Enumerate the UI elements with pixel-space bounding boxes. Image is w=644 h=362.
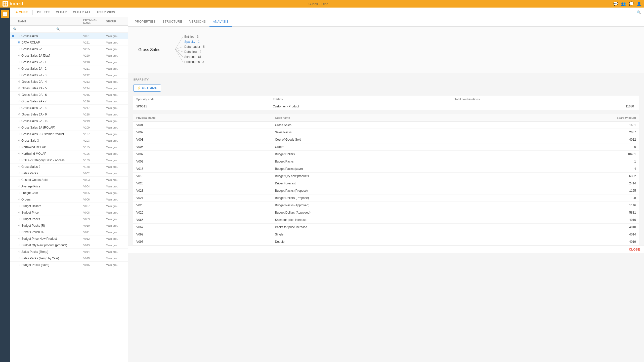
sparsity-detail-row: V007 Budget Dollars 10401 [133, 151, 639, 158]
list-row[interactable]: ⊞ DATA ROLAP V221 Main grou [10, 39, 128, 46]
list-row[interactable]: ⊹ Driver Growth % V011 Main grou [10, 229, 128, 235]
list-row[interactable]: ⊹ Cost of Goods Sold V003 Main grou [10, 177, 128, 183]
tree-icon: ⊹ [18, 172, 20, 175]
name-search-icon: 🔍 [13, 27, 17, 31]
row-phys: V210 [83, 61, 106, 64]
detail-cube-cell: Sales Packs [272, 129, 500, 136]
list-row[interactable]: ⊹ Budget Dollars V007 Main grou [10, 203, 128, 209]
list-row[interactable]: ⊹ Budget Packs V009 Main grou [10, 216, 128, 222]
list-row[interactable]: ⊹ Northwind MOLAP V196 Main grou [10, 150, 128, 157]
users-icon[interactable]: 👥 [621, 2, 626, 6]
list-row[interactable]: ⚙ Gross Sales 2A - 5 V214 Main grou [10, 85, 128, 92]
optimize-button[interactable]: ⚡ OPTIMIZE [133, 85, 161, 92]
list-row[interactable]: ⊹ Gross Sales 2A - 3 V212 Main grou [10, 72, 128, 78]
row-name: ⚙ Gross Sales 2A - 4 [18, 80, 83, 84]
tree-icon: ⊹ [18, 132, 20, 136]
detail-phys-cell: V007 [133, 151, 272, 158]
tab-versions[interactable]: VERSIONS [186, 17, 209, 27]
detail-cube-cell: Double [272, 238, 500, 246]
list-row[interactable]: ⊹ Sales Packs (Temp) V014 Main grou [10, 249, 128, 255]
row-phys: V221 [83, 41, 106, 44]
tab-analysis[interactable]: ANALYSIS [209, 17, 232, 27]
svg-rect-5 [5, 12, 7, 14]
svg-rect-2 [4, 4, 5, 6]
delete-button[interactable]: DELETE [35, 10, 52, 15]
row-group: Main grou [106, 74, 126, 77]
list-row[interactable]: ⊹ Northwind ROLAP V195 Main grou [10, 144, 128, 150]
tree-icon: ⊹ [18, 34, 20, 37]
row-group: Main grou [106, 126, 126, 129]
list-row[interactable]: ⊹ Gross Sales 2A - 1 V210 Main grou [10, 59, 128, 65]
list-row[interactable]: ⊹ Gross Sales - CustomerProduct V197 Mai… [10, 131, 128, 137]
list-row[interactable]: ⊹ Budget Qty New product (product) V013 … [10, 242, 128, 249]
sparsity-detail-table: Physical name Cube name Sparsity count V… [133, 114, 639, 246]
row-group: Main grou [106, 139, 126, 142]
list-row[interactable]: ⊹ Gross Sale 3 V203 Main grou [10, 137, 128, 144]
list-row[interactable]: ⊹ Sales Packs (Temp by Year) V015 Main g… [10, 255, 128, 262]
search-icon[interactable]: 🔍 [637, 10, 641, 14]
row-group: Main grou [106, 100, 126, 103]
list-row[interactable]: ⊹ Gross Sales 2A [Day] V220 Main grou [10, 52, 128, 59]
close-button[interactable]: CLOSE [629, 248, 640, 251]
tree-icon: ⊹ [18, 67, 20, 70]
left-sidebar [0, 8, 10, 362]
close-area: CLOSE [128, 246, 644, 253]
sparsity-detail-thead: Physical name Cube name Sparsity count [133, 114, 639, 122]
list-row[interactable]: ⊹ Gross Sales 2 V188 Main grou [10, 164, 128, 170]
detail-phys-cell: V067 [133, 224, 272, 231]
list-row[interactable]: ⊹ Gross Sales 2A - 2 V211 Main grou [10, 65, 128, 72]
row-phys: V203 [83, 139, 106, 142]
detail-phys-cell: V093 [133, 238, 272, 246]
list-row[interactable]: ⚙ Gross Sales 2A - 6 V215 Main grou [10, 92, 128, 98]
topbar-icons: 💬 👥 💭 👤 [613, 2, 641, 6]
list-row[interactable]: ⊹ Freight Cost V005 Main grou [10, 190, 128, 196]
list-row[interactable]: ⊹ Gross Sales V001 Main grou [10, 33, 128, 39]
detail-header-count: Sparsity count [500, 114, 639, 122]
list-row[interactable]: ⊹ Budget Price New Product V012 Main gro… [10, 235, 128, 242]
detail-phys-cell: V009 [133, 158, 272, 165]
tab-properties[interactable]: PROPERTIES [131, 17, 159, 27]
phys-search-input[interactable] [61, 27, 76, 31]
list-row[interactable]: ⚙ Gross Sales 2A - 4 V213 Main grou [10, 78, 128, 85]
detail-phys-cell: V066 [133, 216, 272, 224]
user-view-button[interactable]: USER VIEW [95, 10, 118, 15]
clear-all-button[interactable]: CLEAR ALL [70, 10, 94, 15]
tree-icon: ⊹ [18, 250, 20, 253]
sparsity-summary-tbody: SP0015 Customer - Product 11630 [133, 103, 639, 110]
tree-icon: ⊹ [18, 244, 20, 247]
clear-button[interactable]: CLEAR [53, 10, 69, 15]
list-row[interactable]: ⊹ Average Price V004 Main grou [10, 183, 128, 190]
list-row[interactable]: ⊹ ROLAP Category Desc - Access V189 Main… [10, 157, 128, 164]
list-row[interactable]: ⊹ Gross Sales 2A V205 Main grou [10, 46, 128, 52]
sidebar-icon-cubes[interactable] [1, 10, 9, 18]
board-logo[interactable]: board [3, 1, 23, 7]
detail-cube-cell: Budget Dollars (Propose) [272, 194, 500, 202]
list-row[interactable]: ⊹ Gross Sales 2A - 8 V217 Main grou [10, 105, 128, 111]
tree-icon: ⊹ [18, 100, 20, 103]
list-row[interactable]: ⊹ Gross Sales 2A - 7 V216 Main grou [10, 98, 128, 105]
list-row[interactable]: ⊹ Orders V006 Main grou [10, 196, 128, 203]
add-cube-button[interactable]: + CUBE [13, 9, 30, 15]
sparsity-detail-row: V066 Sales for price increase 4010 [133, 216, 639, 224]
name-search-input[interactable] [18, 27, 55, 31]
list-row[interactable]: ⊹ Budget Packs (save) V016 Main grou [10, 262, 128, 268]
chat-icon[interactable]: 💭 [629, 2, 634, 6]
list-row[interactable]: ⊹ Gross Sales 2A (ROLAP) V209 Main grou [10, 124, 128, 131]
row-phys: V016 [83, 263, 106, 266]
user-avatar[interactable]: 👤 [637, 2, 641, 6]
list-row[interactable]: ⊹ Budget Price V008 Main grou [10, 209, 128, 216]
list-row[interactable]: ⊹ Gross Sales 2A - 10 V219 Main grou [10, 118, 128, 124]
sparsity-summary-row: SP0015 Customer - Product 11630 [133, 103, 639, 110]
row-phys: V002 [83, 172, 106, 175]
tab-structure[interactable]: STRUCTURE [159, 17, 186, 27]
phys-search-icon: 🔍 [56, 27, 60, 31]
messages-icon[interactable]: 💬 [613, 2, 618, 6]
sparsity-detail-row: V026 Budget Dollars (Approved) 5831 [133, 209, 639, 216]
row-name: ⊹ Sales Packs (Temp by Year) [18, 257, 83, 260]
topbar-title: Cubes - Echo [23, 2, 613, 6]
list-row[interactable]: ⊹ Sales Packs V002 Main grou [10, 170, 128, 177]
list-row[interactable]: ⚙ Gross Sales 2A - 9 V218 Main grou [10, 111, 128, 118]
tree-icon: ⊹ [18, 47, 20, 51]
row-phys: V006 [83, 198, 106, 201]
list-row[interactable]: ⊹ Budget Packs (R) V010 Main grou [10, 222, 128, 229]
